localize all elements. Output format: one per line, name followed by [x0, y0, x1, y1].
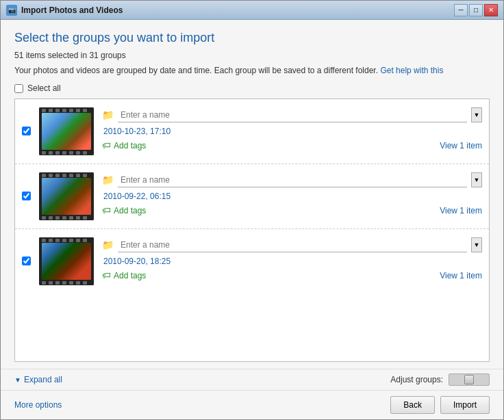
hole — [49, 109, 53, 112]
hole — [69, 174, 73, 177]
tags-row-1: 🏷 Add tags View 1 item — [102, 205, 482, 215]
hole — [62, 216, 66, 220]
name-dropdown-1[interactable]: ▼ — [471, 172, 482, 187]
film-image-2 — [42, 243, 91, 280]
main-window: 📷 Import Photos and Videos ─ □ ✕ Select … — [0, 0, 504, 420]
hole — [55, 281, 60, 285]
add-tags-label-1: Add tags — [114, 206, 146, 215]
view-items-link-2[interactable]: View 1 item — [440, 271, 482, 280]
folder-icon-0: 📁 — [102, 109, 114, 120]
hole — [76, 281, 80, 285]
group-item: 📁 ▼ 2010-09-22, 06:15 🏷 Add tags View 1 … — [15, 164, 489, 229]
groups-list: 📁 ▼ 2010-10-23, 17:10 🏷 Add tags View 1 … — [14, 99, 490, 362]
film-strip-1 — [39, 172, 94, 220]
hole — [69, 151, 73, 155]
group-date-2: 2010-09-20, 18:25 — [102, 257, 482, 266]
back-button[interactable]: Back — [390, 396, 435, 414]
film-holes-bottom-1 — [39, 215, 94, 220]
folder-icon-1: 📁 — [102, 174, 114, 185]
more-options-link[interactable]: More options — [14, 400, 62, 410]
name-row-1: 📁 ▼ — [102, 172, 482, 187]
hole — [42, 151, 46, 155]
expand-all-button[interactable]: ▼ Expand all — [14, 375, 62, 384]
group-name-input-2[interactable] — [118, 237, 467, 252]
tag-icon-1: 🏷 — [102, 205, 111, 215]
film-image-0 — [42, 113, 91, 150]
film-holes-top-1 — [39, 172, 94, 178]
film-strip-2 — [39, 237, 94, 285]
hole — [42, 174, 46, 177]
hole — [62, 281, 66, 285]
hole — [42, 239, 46, 242]
hole — [49, 151, 53, 155]
film-thumbnail-2 — [39, 237, 94, 285]
hole — [76, 151, 80, 155]
hole — [83, 109, 87, 112]
view-items-link-0[interactable]: View 1 item — [440, 141, 482, 150]
hole — [69, 216, 73, 220]
select-all-checkbox[interactable] — [14, 84, 23, 93]
minimize-button[interactable]: ─ — [454, 4, 468, 16]
group-item: 📁 ▼ 2010-10-23, 17:10 🏷 Add tags View 1 … — [15, 99, 489, 164]
add-tags-button-1[interactable]: 🏷 Add tags — [102, 205, 146, 215]
hole — [49, 174, 53, 177]
tags-row-0: 🏷 Add tags View 1 item — [102, 140, 482, 150]
maximize-button[interactable]: □ — [469, 4, 483, 16]
hole — [62, 151, 66, 155]
add-tags-button-2[interactable]: 🏷 Add tags — [102, 270, 146, 280]
group-item: 📁 ▼ 2010-09-20, 18:25 🏷 Add tags View 1 … — [15, 229, 489, 293]
group-checkbox-0[interactable] — [22, 127, 31, 135]
tag-icon-2: 🏷 — [102, 270, 111, 280]
page-heading: Select the groups you want to import — [14, 31, 490, 45]
group-name-input-1[interactable] — [118, 172, 467, 187]
add-tags-button-0[interactable]: 🏷 Add tags — [102, 140, 146, 150]
select-all-label[interactable]: Select all — [27, 83, 61, 93]
hole — [49, 239, 53, 242]
hole — [55, 239, 60, 242]
groups-slider[interactable] — [449, 373, 490, 386]
hole — [83, 174, 87, 177]
hole — [62, 239, 66, 242]
group-checkbox-2[interactable] — [22, 257, 31, 265]
group-info-2: 📁 ▼ 2010-09-20, 18:25 🏷 Add tags View 1 … — [102, 237, 482, 280]
window-icon: 📷 — [6, 5, 17, 16]
content-area: Select the groups you want to import 51 … — [1, 20, 503, 369]
help-link[interactable]: Get help with this — [380, 66, 443, 75]
title-bar: 📷 Import Photos and Videos ─ □ ✕ — [1, 1, 503, 20]
description: Your photos and videos are grouped by da… — [14, 64, 490, 77]
add-tags-label-0: Add tags — [114, 141, 146, 150]
hole — [42, 216, 46, 220]
window-title: Import Photos and Videos — [21, 5, 454, 15]
import-button[interactable]: Import — [440, 396, 490, 414]
name-dropdown-0[interactable]: ▼ — [471, 107, 482, 122]
hole — [42, 109, 46, 112]
group-checkbox-1[interactable] — [22, 192, 31, 200]
film-holes-bottom-0 — [39, 150, 94, 155]
hole — [83, 239, 87, 242]
tag-icon-0: 🏷 — [102, 140, 111, 150]
hole — [76, 216, 80, 220]
group-name-input-0[interactable] — [118, 107, 467, 122]
hole — [83, 216, 87, 220]
hole — [49, 216, 53, 220]
view-items-link-1[interactable]: View 1 item — [440, 206, 482, 215]
expand-icon: ▼ — [14, 376, 21, 384]
hole — [83, 151, 87, 155]
film-holes-bottom-2 — [39, 280, 94, 285]
film-thumbnail-0 — [39, 107, 94, 155]
film-holes-top-2 — [39, 237, 94, 243]
close-button[interactable]: ✕ — [484, 4, 498, 16]
hole — [55, 216, 60, 220]
select-all-row: Select all — [14, 83, 490, 93]
folder-icon-2: 📁 — [102, 239, 114, 250]
group-date-0: 2010-10-23, 17:10 — [102, 127, 482, 136]
hole — [49, 281, 53, 285]
name-row-2: 📁 ▼ — [102, 237, 482, 252]
hole — [55, 109, 60, 112]
adjust-groups-section: Adjust groups: — [390, 373, 490, 386]
name-dropdown-2[interactable]: ▼ — [471, 237, 482, 252]
hole — [55, 151, 60, 155]
title-bar-controls: ─ □ ✕ — [454, 4, 498, 16]
name-row-0: 📁 ▼ — [102, 107, 482, 122]
footer: More options Back Import — [1, 390, 503, 419]
